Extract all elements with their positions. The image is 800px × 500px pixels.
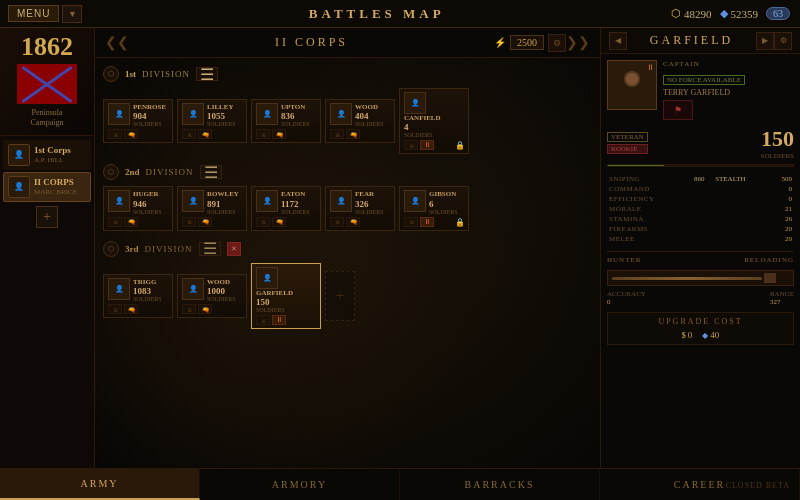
general-info: CAPTAIN NO FORCE AVAILABLE TERRY GARFIEL… xyxy=(663,60,794,120)
stat-command-label: COMMAND xyxy=(609,185,692,193)
stats-row-morale: MORALE 21 xyxy=(609,205,792,213)
equip-range-value: 327 xyxy=(770,298,794,306)
brigade-garfield-icons: ⚔ ⏸ xyxy=(256,315,316,325)
brigade-gibson-avatar: 👤 xyxy=(404,190,426,212)
soldiers-section: VETERAN ROOKIE 150 SOLDIERS xyxy=(607,126,794,160)
upgrade-costs: $ 0 ◆ 40 xyxy=(612,330,789,340)
add-corps-button[interactable]: + xyxy=(36,206,58,228)
brigade-penrose-icon1: ⚔ xyxy=(108,129,122,139)
blue-cost-value: 40 xyxy=(710,330,719,340)
brigade-lilley-icons: ⚔ 🔫 xyxy=(182,129,242,139)
manpower-value: 2500 xyxy=(510,35,544,50)
stats-row-command: COMMAND 0 xyxy=(609,185,792,193)
upgrade-gold-cost: $ 0 xyxy=(682,330,693,340)
brigade-penrose[interactable]: 👤 PENROSE 904 SOLDIERS ⚔ 🔫 xyxy=(103,99,173,143)
equipment-reloading: RELOADING xyxy=(744,256,794,264)
map-background xyxy=(95,28,600,468)
chevron-right-icon[interactable]: ❯❯ xyxy=(566,34,590,51)
general-pause-badge: ⏸ xyxy=(646,63,654,72)
settings-icon[interactable]: ⚙ xyxy=(548,34,566,52)
brigade-wood-1[interactable]: 👤 WOOD 404 SOLDIERS ⚔ 🔫 xyxy=(325,99,395,143)
brigade-canfield-pause[interactable]: ⏸ xyxy=(420,140,434,150)
brigade-trigg[interactable]: 👤 TRIGG 1083 SOLDIERS ⚔ 🔫 xyxy=(103,274,173,318)
gold-cost-icon: $ xyxy=(682,331,686,340)
main-area: ❮❮ II CORPS ⚡ 2500 ⚙ ❯❯ ⬡ 1st DIVISION ☰… xyxy=(95,28,600,468)
stat-melee-value: 20 xyxy=(694,235,792,243)
equipment-type: HUNTER xyxy=(607,256,641,264)
brigade-trigg-icons: ⚔ 🔫 xyxy=(108,304,168,314)
stat-command-value: 0 xyxy=(694,185,792,193)
brigade-rowley[interactable]: 👤 ROWLEY 891 SOLDIERS ⚔ 🔫 xyxy=(177,186,247,230)
corps-list: 👤 1st Corps A.P. HILL 👤 II CORPS MARC BR… xyxy=(0,136,94,468)
corps-avatar-2nd: 👤 xyxy=(8,176,30,198)
equipment-header: HUNTER RELOADING xyxy=(607,256,794,267)
soldiers-label: SOLDIERS xyxy=(761,152,794,160)
soldiers-count: 150 xyxy=(761,126,794,152)
brigade-upton-icons: ⚔ 🔫 xyxy=(256,129,316,139)
brigade-eaton[interactable]: 👤 EATON 1172 SOLDIERS ⚔ 🔫 xyxy=(251,186,321,230)
panel-title: GARFIELD xyxy=(627,33,756,48)
brigade-lilley-icon1: ⚔ xyxy=(182,129,196,139)
panel-left-btn[interactable]: ◀ xyxy=(609,32,627,50)
campaign-text: PeninsulaCampaign xyxy=(4,108,90,129)
panel-right-btn[interactable]: ▶ xyxy=(756,32,774,50)
brigade-huger[interactable]: 👤 HUGER 946 SOLDIERS ⚔ 🔫 xyxy=(103,186,173,230)
brigade-rowley-icon1: ⚔ xyxy=(182,217,196,227)
brigade-fear-icon1: ⚔ xyxy=(330,217,344,227)
brigade-huger-icons: ⚔ 🔫 xyxy=(108,217,168,227)
brigade-gibson-pause[interactable]: ⏸ xyxy=(420,217,434,227)
stats-row-firearms: FIREARMS 20 xyxy=(609,225,792,233)
equip-accuracy-label: ACCURACY xyxy=(607,290,646,298)
stat-firearms-value: 20 xyxy=(694,225,792,233)
brigade-fear[interactable]: 👤 FEAR 326 SOLDIERS ⚔ 🔫 xyxy=(325,186,395,230)
general-portrait: ⏸ xyxy=(607,60,657,110)
brigade-rowley-avatar: 👤 xyxy=(182,190,204,212)
brigade-garfield-avatar: 👤 xyxy=(256,267,278,289)
brigade-penrose-avatar: 👤 xyxy=(108,103,130,125)
menu-button[interactable]: MENU xyxy=(8,5,59,22)
general-faction-icon: ⚑ xyxy=(663,100,693,120)
tab-army[interactable]: ARMY xyxy=(0,469,200,500)
brigade-eaton-avatar: 👤 xyxy=(256,190,278,212)
corps-header-title: II CORPS xyxy=(129,35,494,50)
brigade-canfield[interactable]: 👤 CANFIELD 4 SOLDIERS ⚔ ⏸ 🔒 xyxy=(399,88,469,154)
upgrade-title: UPGRADE COST xyxy=(612,317,789,326)
stat-morale-label: MORALE xyxy=(609,205,692,213)
equip-accuracy-value: 0 xyxy=(607,298,646,306)
chevron-left-icon[interactable]: ❮❮ xyxy=(105,34,129,51)
rookie-badge: ROOKIE xyxy=(607,144,648,154)
confederate-flag xyxy=(17,64,77,104)
brigade-wood-3[interactable]: 👤 WOOD 1000 SOLDIERS ⚔ 🔫 xyxy=(177,274,247,318)
brigade-garfield-label: SOLDIERS xyxy=(256,307,316,313)
corps-avatar-1st: 👤 xyxy=(8,144,30,166)
brigade-upton[interactable]: 👤 UPTON 836 SOLDIERS ⚔ 🔫 xyxy=(251,99,321,143)
corps-info-2nd: II CORPS MARC BRICE xyxy=(34,177,86,196)
stat-firearms-label: FIREARMS xyxy=(609,225,692,233)
corps-item-2nd[interactable]: 👤 II CORPS MARC BRICE xyxy=(3,172,91,202)
brigade-eaton-icon2: 🔫 xyxy=(272,217,286,227)
brigade-gibson-icon1: ⚔ xyxy=(404,217,418,227)
brigade-lilley[interactable]: 👤 LILLEY 1055 SOLDIERS ⚔ 🔫 xyxy=(177,99,247,143)
top-bar: MENU ▼ BATTLES MAP ⬡ 48290 ◆ 52359 63 xyxy=(0,0,800,28)
brigade-gibson[interactable]: 👤 GIBSON 6 SOLDIERS ⚔ ⏸ 🔒 xyxy=(399,186,469,230)
stats-table: SNIPING 860 STEALTH 500 COMMAND 0 EFFICI… xyxy=(607,173,794,245)
soldiers-bar-fill xyxy=(608,165,664,166)
right-panel-body: ⏸ CAPTAIN NO FORCE AVAILABLE TERRY GARFI… xyxy=(601,54,800,351)
brigade-wood-1-icon2: 🔫 xyxy=(346,129,360,139)
right-panel-header: ◀ GARFIELD ▶ ⚙ xyxy=(601,28,800,54)
stat-stamina-value: 26 xyxy=(694,215,792,223)
tab-barracks[interactable]: BARRACKS xyxy=(400,469,600,500)
corps-item-1st[interactable]: 👤 1st Corps A.P. HILL xyxy=(3,140,91,170)
panel-settings-btn[interactable]: ⚙ xyxy=(774,32,792,50)
tab-armory[interactable]: ARMORY xyxy=(200,469,400,500)
brigade-garfield[interactable]: 👤 GARFIELD 150 SOLDIERS ⚔ ⏸ xyxy=(251,263,321,329)
brigade-fear-icons: ⚔ 🔫 xyxy=(330,217,390,227)
brigade-garfield-pause[interactable]: ⏸ xyxy=(272,315,286,325)
corps-name-2nd: II CORPS xyxy=(34,177,86,188)
brigade-lilley-icon2: 🔫 xyxy=(198,129,212,139)
brigade-wood-1-avatar: 👤 xyxy=(330,103,352,125)
year: 1862 xyxy=(4,34,90,60)
brigade-wood-1-icons: ⚔ 🔫 xyxy=(330,129,390,139)
closed-beta-label: CLOSED BETA xyxy=(726,481,790,490)
menu-icon-extra[interactable]: ▼ xyxy=(62,5,82,23)
